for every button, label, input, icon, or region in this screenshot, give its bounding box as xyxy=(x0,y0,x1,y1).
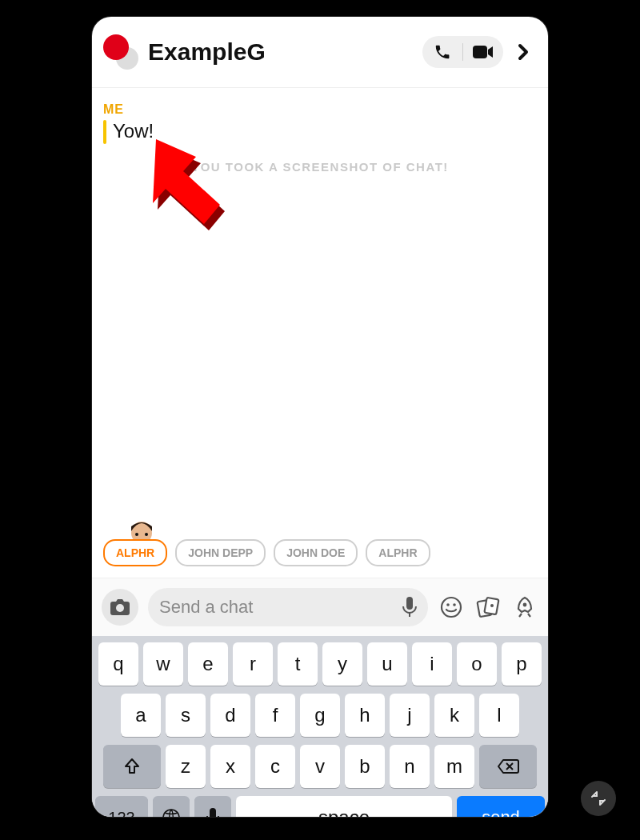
key-t[interactable]: t xyxy=(278,642,318,686)
key-z[interactable]: z xyxy=(166,745,206,788)
svg-point-4 xyxy=(135,533,138,536)
shift-key[interactable] xyxy=(103,745,161,788)
mention-chip-3[interactable]: ALPHR xyxy=(366,539,430,566)
stickers-button[interactable] xyxy=(438,594,465,621)
key-d[interactable]: d xyxy=(210,694,250,737)
key-y[interactable]: y xyxy=(322,642,362,686)
message-accent-bar xyxy=(103,120,106,144)
key-r[interactable]: r xyxy=(233,642,273,686)
system-message: YOU TOOK A SCREENSHOT OF CHAT! xyxy=(92,160,548,174)
svg-point-5 xyxy=(145,533,148,536)
globe-key[interactable] xyxy=(153,796,190,817)
keyboard-row-3: zxcvbnm xyxy=(95,745,545,788)
dictation-key[interactable] xyxy=(194,796,231,817)
microphone-icon xyxy=(206,808,219,817)
key-q[interactable]: q xyxy=(98,642,138,686)
group-avatar[interactable] xyxy=(103,34,138,70)
key-a[interactable]: a xyxy=(121,694,161,737)
key-x[interactable]: x xyxy=(210,745,250,788)
key-m[interactable]: m xyxy=(434,745,474,788)
smiley-icon xyxy=(440,596,462,618)
chat-message[interactable]: Yow! xyxy=(113,120,154,142)
chevron-right-icon xyxy=(518,43,529,61)
collapse-button[interactable] xyxy=(581,781,616,816)
microphone-icon xyxy=(402,597,417,618)
svg-rect-17 xyxy=(210,808,216,817)
svg-marker-1 xyxy=(158,146,225,230)
key-w[interactable]: w xyxy=(143,642,183,686)
mention-chip-2[interactable]: JOHN DOE xyxy=(274,539,358,566)
mention-chip-row: ALPHR JOHN DEPP JOHN DOE ALPHR xyxy=(92,539,548,566)
key-k[interactable]: k xyxy=(434,694,474,737)
key-i[interactable]: i xyxy=(412,642,452,686)
space-key-label: space xyxy=(318,806,370,817)
chat-input-placeholder: Send a chat xyxy=(159,597,402,618)
voice-message-button[interactable] xyxy=(402,597,417,618)
numbers-key-label: 123 xyxy=(108,809,134,818)
mention-chip-label: JOHN DEPP xyxy=(188,546,253,559)
sender-label: ME xyxy=(103,102,124,117)
voice-call-button[interactable] xyxy=(422,36,462,68)
video-call-button[interactable] xyxy=(463,36,503,68)
mention-chip-label: ALPHR xyxy=(116,546,154,559)
phone-icon xyxy=(434,43,451,61)
chat-details-button[interactable] xyxy=(510,36,537,68)
keyboard-row-1: qwertyuiop xyxy=(95,642,545,686)
keyboard-row-2: asdfghjkl xyxy=(95,694,545,737)
mention-chip-label: ALPHR xyxy=(378,546,417,559)
key-g[interactable]: g xyxy=(300,694,340,737)
mention-chip-label: JOHN DOE xyxy=(286,546,345,559)
svg-point-10 xyxy=(446,603,450,606)
key-v[interactable]: v xyxy=(300,745,340,788)
chat-input[interactable]: Send a chat xyxy=(148,588,428,626)
mention-chip-0[interactable]: ALPHR xyxy=(103,539,167,566)
send-key-label: send xyxy=(482,807,520,817)
svg-point-9 xyxy=(442,598,461,617)
svg-point-14 xyxy=(490,604,494,607)
shift-icon xyxy=(123,758,141,775)
svg-rect-0 xyxy=(473,46,487,58)
cards-icon xyxy=(476,596,500,618)
chat-header: ExampleG xyxy=(92,17,548,88)
key-j[interactable]: j xyxy=(390,694,430,737)
cards-button[interactable] xyxy=(474,594,502,621)
phone-frame: ExampleG ME Yow! YOU TOOK A SCREENSHOT O… xyxy=(92,17,548,817)
avatar-front-icon xyxy=(103,34,129,60)
space-key[interactable]: space xyxy=(236,796,452,817)
key-f[interactable]: f xyxy=(255,694,295,737)
video-icon xyxy=(473,45,494,59)
globe-icon xyxy=(162,808,181,817)
key-p[interactable]: p xyxy=(502,642,542,686)
key-s[interactable]: s xyxy=(166,694,206,737)
collapse-icon xyxy=(590,790,607,807)
camera-button[interactable] xyxy=(102,589,138,626)
key-l[interactable]: l xyxy=(479,694,519,737)
mention-chip-1[interactable]: JOHN DEPP xyxy=(175,539,266,566)
rocket-icon xyxy=(514,596,536,618)
chat-input-row: Send a chat xyxy=(92,578,548,636)
svg-point-11 xyxy=(453,603,456,606)
key-b[interactable]: b xyxy=(345,745,385,788)
key-h[interactable]: h xyxy=(345,694,385,737)
svg-rect-7 xyxy=(406,597,413,610)
key-u[interactable]: u xyxy=(367,642,407,686)
numbers-key[interactable]: 123 xyxy=(95,796,148,817)
keyboard-row-4: 123 space send xyxy=(95,796,545,817)
key-o[interactable]: o xyxy=(457,642,497,686)
svg-point-15 xyxy=(523,603,527,607)
backspace-icon xyxy=(497,758,519,774)
chat-body: ME Yow! YOU TOOK A SCREENSHOT OF CHAT! A… xyxy=(92,88,548,578)
camera-icon xyxy=(110,599,130,615)
keyboard: qwertyuiop asdfghjkl zxcvbnm 123 space s… xyxy=(92,636,548,817)
svg-point-6 xyxy=(116,604,124,612)
key-e[interactable]: e xyxy=(188,642,228,686)
send-key[interactable]: send xyxy=(457,796,545,817)
games-button[interactable] xyxy=(511,594,538,621)
annotation-arrow-icon xyxy=(151,136,239,256)
key-c[interactable]: c xyxy=(255,745,295,788)
svg-marker-2 xyxy=(153,139,220,224)
call-button-group xyxy=(422,36,503,68)
backspace-key[interactable] xyxy=(479,745,537,788)
chat-title[interactable]: ExampleG xyxy=(148,38,422,66)
key-n[interactable]: n xyxy=(390,745,430,788)
